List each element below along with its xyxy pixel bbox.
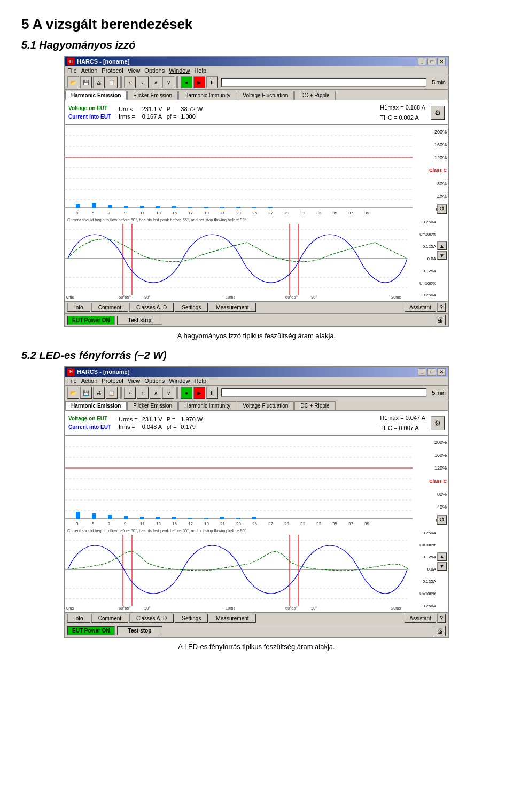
down-button-2[interactable]: ∨ [162,387,174,399]
menu-options-2[interactable]: Options [144,378,165,384]
btab-info-1[interactable]: Info [67,303,90,312]
tab-harmonic-emission-1[interactable]: Harmonic Emission [65,91,127,100]
btab-settings-1[interactable]: Settings [175,303,208,312]
menu-help-1[interactable]: Help [194,67,206,74]
start-button-1[interactable]: ● [181,76,192,88]
eut-voltage-label-2: Voltage on EUT [68,415,111,423]
pause-button-2[interactable]: ⏸ [206,387,218,399]
menu-protocol-1[interactable]: Protocol [102,67,123,74]
arrow-buttons-2[interactable]: ▲ ▼ [437,552,447,571]
menu-view-2[interactable]: View [128,378,141,384]
tabs-row-2: Harmonic Emission Flicker Emission Harmo… [65,400,448,411]
open-button-2[interactable]: 📂 [67,387,79,399]
save-button-2[interactable]: 💾 [80,387,92,399]
arrow-down-1[interactable]: ▼ [437,251,447,260]
svg-text:23: 23 [236,521,241,526]
print-status-button-1[interactable]: 🖨 [434,315,446,325]
menu-window-2[interactable]: Window [169,378,190,384]
menu-options-1[interactable]: Options [144,67,165,74]
tab-harmonic-immunity-2[interactable]: Harmonic Immunity [178,401,236,410]
run-button-2[interactable]: ▶ [193,387,205,399]
tab-dc-ripple-1[interactable]: DC + Ripple [294,91,335,100]
btab-comment-2[interactable]: Comment [91,614,128,623]
tab-flicker-emission-2[interactable]: Flicker Emission [127,401,178,410]
btab-settings-2[interactable]: Settings [175,614,208,623]
p-val-2: 1.970 W [178,416,205,423]
tab-voltage-fluctuation-2[interactable]: Voltage Fluctuation [237,401,294,410]
btab-comment-1[interactable]: Comment [91,303,128,312]
up-button-2[interactable]: ∧ [150,387,161,399]
close-button-2[interactable]: ✕ [437,368,446,376]
print-button-2[interactable]: 🖨 [93,387,105,399]
menu-help-2[interactable]: Help [194,378,206,384]
up-button-1[interactable]: ∧ [150,76,161,88]
svg-text:13: 13 [156,521,161,526]
y-b-label-u100-2: U=100% [414,543,436,548]
arrow-down-2[interactable]: ▼ [437,562,447,571]
back-button-1[interactable]: ‹ [124,76,136,88]
tab-harmonic-immunity-1[interactable]: Harmonic Immunity [178,91,236,100]
assistant-button-1[interactable]: Assistant [405,303,436,312]
toolbar-sep-2 [176,76,178,88]
maximize-button-1[interactable]: □ [428,58,436,65]
close-button-1[interactable]: ✕ [437,58,446,65]
menu-file-2[interactable]: File [67,378,77,384]
title-bar-controls-1[interactable]: _ □ ✕ [418,58,446,65]
menu-file-1[interactable]: File [67,67,77,74]
forward-button-2[interactable]: › [137,387,149,399]
back-button-2[interactable]: ‹ [124,387,136,399]
run-button-1[interactable]: ▶ [193,76,205,88]
help-button-2[interactable]: ? [437,614,446,623]
tab-harmonic-emission-2[interactable]: Harmonic Emission [65,401,127,410]
copy-button-1[interactable]: 📋 [106,76,118,88]
settings-icon-2[interactable]: ⚙ [431,416,445,430]
refresh-button-top-2[interactable]: ↺ [437,515,447,525]
pf-label-2: pf = [165,423,179,431]
menu-action-2[interactable]: Action [81,378,98,384]
copy-button-2[interactable]: 📋 [106,387,118,399]
btab-info-2[interactable]: Info [67,614,90,623]
menu-window-1[interactable]: Window [169,67,190,74]
start-button-2[interactable]: ● [181,387,192,399]
down-button-1[interactable]: ∨ [162,76,174,88]
y-label-160-2: 160% [428,452,447,458]
svg-rect-94 [172,517,176,519]
assistant-button-2[interactable]: Assistant [405,614,436,623]
arrow-buttons-1[interactable]: ▲ ▼ [437,241,447,260]
maximize-button-2[interactable]: □ [428,368,436,376]
refresh-button-top-1[interactable]: ↺ [437,204,447,214]
svg-text:5: 5 [92,210,95,215]
svg-rect-92 [140,517,144,519]
pause-button-1[interactable]: ⏸ [206,76,218,88]
settings-icon-1[interactable]: ⚙ [431,106,445,120]
btab-classes-2[interactable]: Classes A..D [129,614,174,623]
menu-bar-1: File Action Protocol View Options Window… [65,66,448,75]
title-bar-controls-2[interactable]: _ □ ✕ [418,368,446,376]
window-title-1: HARCS - [noname] [77,58,129,65]
minimize-button-2[interactable]: _ [418,368,426,376]
arrow-up-1[interactable]: ▲ [437,241,447,250]
minimize-button-1[interactable]: _ [418,58,426,65]
svg-rect-98 [236,518,240,519]
info-row-2: Voltage on EUT Current into EUT Urms = 2… [65,411,448,435]
menu-action-1[interactable]: Action [81,67,98,74]
tab-flicker-emission-1[interactable]: Flicker Emission [127,91,178,100]
menu-view-1[interactable]: View [128,67,141,74]
print-button-1[interactable]: 🖨 [93,76,105,88]
open-button-1[interactable]: 📂 [67,76,79,88]
save-button-1[interactable]: 💾 [80,76,92,88]
help-button-1[interactable]: ? [437,303,446,312]
svg-text:9: 9 [124,521,127,526]
tab-voltage-fluctuation-1[interactable]: Voltage Fluctuation [237,91,294,100]
btab-measurement-2[interactable]: Measurement [209,614,255,623]
btab-classes-1[interactable]: Classes A..D [129,303,174,312]
print-status-button-2[interactable]: 🖨 [434,626,446,636]
eut-current-label-1: Current into EUT [68,113,111,121]
btab-measurement-1[interactable]: Measurement [209,303,255,312]
arrow-up-2[interactable]: ▲ [437,552,447,561]
forward-button-1[interactable]: › [137,76,149,88]
pf-val-1: 1.000 [178,113,205,120]
y-b-label-m125a-1: 0.125A [414,269,436,274]
tab-dc-ripple-2[interactable]: DC + Ripple [294,401,335,410]
menu-protocol-2[interactable]: Protocol [102,378,123,384]
